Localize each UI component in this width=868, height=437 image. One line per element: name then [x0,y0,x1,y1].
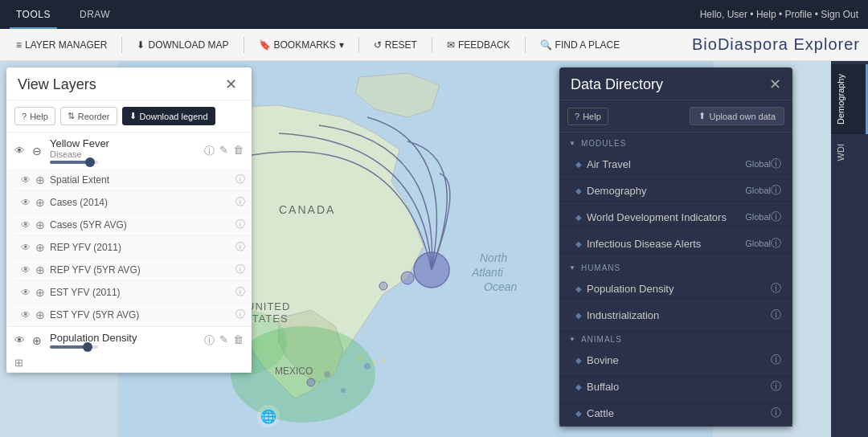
info-icon-est-yfv-2011[interactable]: ⓘ [235,285,245,299]
reorder-button[interactable]: ⇅ Reorder [60,107,117,125]
feedback-button[interactable]: ✉ FEEDBACK [439,36,518,54]
add-icon-rep-yfv-2011[interactable]: ⊕ [35,241,45,254]
bullet-icon-bovine: ◆ [575,356,582,365]
sub-layer-cases-5yr: 👁 ⊕ Cases (5YR AVG) ⓘ [14,214,252,236]
eye-icon-rep-yfv-2011[interactable]: 👁 [21,242,31,253]
info-icon-rep-yfv-5yr[interactable]: ⓘ [235,263,245,276]
svg-point-6 [414,252,449,288]
svg-point-11 [341,388,346,393]
svg-text:UNITED: UNITED [247,300,290,312]
globe-button[interactable]: 🌐 [257,405,280,427]
data-directory-content: MODULES ◆ Air Travel Global ⓘ ◆ Demograp… [559,133,792,427]
info-icon-cattle[interactable]: ⓘ [771,406,781,420]
sidebar-tab-demography[interactable]: Demography [831,64,868,134]
collapse-icon-yellow-fever[interactable]: ⊖ [32,145,45,157]
layer-manager-button[interactable]: ≡ LAYER MANAGER [8,36,115,54]
add-icon-rep-yfv-5yr[interactable]: ⊕ [35,263,45,276]
add-icon-est-yfv-5yr[interactable]: ⊕ [35,308,45,321]
view-layers-title: View Layers [18,76,96,93]
reset-button[interactable]: ↺ RESET [366,36,425,54]
dd-item-buffalo[interactable]: ◆ Buffalo ⓘ [559,374,792,400]
layer-name-population-density: Population Density [50,332,199,344]
bullet-icon-demography: ◆ [575,186,582,195]
dd-item-infectious[interactable]: ◆ Infectious Disease Alerts Global ⓘ [559,231,792,257]
nav-tab-tools[interactable]: TOOLS [10,0,57,29]
sub-layer-rep-yfv-5yr: 👁 ⊕ REP YFV (5YR AVG) ⓘ [14,259,252,281]
layer-slider-yellow-fever[interactable] [50,161,98,164]
grid-icon[interactable]: ⊞ [14,357,23,369]
toolbar-separator-5 [525,37,526,53]
dd-item-bovine[interactable]: ◆ Bovine ⓘ [559,347,792,374]
svg-text:MEXICO: MEXICO [275,366,313,377]
info-icon-industrialization[interactable]: ⓘ [771,308,781,322]
bullet-icon-infectious: ◆ [575,239,582,248]
info-icon-cases-5yr[interactable]: ⓘ [235,218,245,231]
dd-item-air-travel[interactable]: ◆ Air Travel Global ⓘ [559,151,792,178]
help-button[interactable]: ? Help [14,107,55,125]
view-layers-panel: View Layers ✕ ? Help ⇅ Reorder ⬇ Downloa… [6,67,252,373]
add-icon-cases-2014[interactable]: ⊕ [35,196,45,209]
dd-item-demography[interactable]: ◆ Demography Global ⓘ [559,178,792,204]
toolbar-separator-4 [432,37,432,53]
info-icon-pop-density[interactable]: ⓘ [771,281,781,296]
dd-upload-button[interactable]: ⬆ Upload own data [690,107,784,125]
edit-icon-yellow-fever[interactable]: ✎ [219,144,228,158]
dd-item-wdi[interactable]: ◆ World Development Indicators Global ⓘ [559,204,792,231]
view-layers-close-button[interactable]: ✕ [222,76,240,93]
eye-icon-population-density[interactable]: 👁 [14,334,27,346]
layer-item-yellow-fever: 👁 ⊖ Yellow Fever Disease ⓘ ✎ [6,133,252,327]
sub-layer-rep-yfv-2011: 👁 ⊕ REP YFV (2011) ⓘ [14,236,252,259]
eye-icon-spatial-extent[interactable]: 👁 [21,174,31,186]
eye-icon-est-yfv-5yr[interactable]: 👁 [21,309,31,321]
info-icon-population-density[interactable]: ⓘ [204,333,215,348]
layer-main-yellow-fever: 👁 ⊖ Yellow Fever Disease ⓘ ✎ [6,133,252,169]
dd-item-pop-density[interactable]: ◆ Population Density ⓘ [559,276,792,302]
eye-icon-cases-5yr[interactable]: 👁 [21,219,31,231]
info-icon-wdi[interactable]: ⓘ [771,210,781,224]
layer-type-yellow-fever: Disease [50,149,199,159]
eye-icon-rep-yfv-5yr[interactable]: 👁 [21,264,31,276]
info-icon-bovine[interactable]: ⓘ [771,353,781,367]
sub-layers-yellow-fever: 👁 ⊕ Spatial Extent ⓘ 👁 ⊕ Cases (2014) ⓘ [6,169,252,326]
expand-icon-population-density[interactable]: ⊕ [32,334,45,347]
view-layers-header: View Layers ✕ [6,67,252,100]
info-icon-demography[interactable]: ⓘ [771,183,781,198]
download-map-button[interactable]: ⬇ DOWNLOAD MAP [129,36,236,54]
add-icon-est-yfv-2011[interactable]: ⊕ [35,286,45,299]
layer-bottom-icons: ⊞ [6,353,252,372]
dd-item-cattle[interactable]: ◆ Cattle ⓘ [559,400,792,427]
toolbar-separator-3 [358,37,359,53]
data-directory-close-button[interactable]: ✕ [769,76,781,93]
download-legend-icon: ⬇ [129,111,137,121]
add-icon-spatial-extent[interactable]: ⊕ [35,174,45,186]
top-nav: TOOLS DRAW Hello, User • Help • Profile … [0,0,868,29]
layers-icon: ≡ [16,39,22,51]
info-icon-rep-yfv-2011[interactable]: ⓘ [235,240,245,254]
eye-icon-est-yfv-2011[interactable]: 👁 [21,287,31,298]
add-icon-cases-5yr[interactable]: ⊕ [35,218,45,231]
trash-icon-population-density[interactable]: 🗑 [233,333,244,348]
edit-icon-population-density[interactable]: ✎ [219,333,228,348]
dd-help-button[interactable]: ? Help [567,108,608,125]
info-icon-spatial-extent[interactable]: ⓘ [235,173,245,186]
info-icon-air-travel[interactable]: ⓘ [771,157,781,171]
dd-item-industrialization[interactable]: ◆ Industrialization ⓘ [559,302,792,329]
find-a-place-button[interactable]: 🔍 FIND A PLACE [532,36,628,54]
eye-icon-cases-2014[interactable]: 👁 [21,197,31,208]
info-icon-est-yfv-5yr[interactable]: ⓘ [235,308,245,321]
layers-list: 👁 ⊖ Yellow Fever Disease ⓘ ✎ [6,133,252,373]
info-icon-buffalo[interactable]: ⓘ [771,379,781,394]
trash-icon-yellow-fever[interactable]: 🗑 [233,144,244,158]
svg-point-9 [307,378,315,386]
sidebar-tab-wdi[interactable]: WDI [831,134,868,170]
layer-main-population-density: 👁 ⊕ Population Density ⓘ ✎ � [6,327,252,353]
layer-slider-population-density[interactable] [50,345,98,349]
download-legend-button[interactable]: ⬇ Download legend [122,107,215,125]
info-icon-infectious[interactable]: ⓘ [771,236,781,251]
info-icon-cases-2014[interactable]: ⓘ [235,195,245,209]
eye-icon-yellow-fever[interactable]: 👁 [14,145,27,157]
info-icon-yellow-fever[interactable]: ⓘ [204,144,215,158]
bookmarks-button[interactable]: 🔖 BOOKMARKS ▾ [251,36,352,54]
nav-tab-draw[interactable]: DRAW [73,0,117,29]
map-area[interactable]: CANADA UNITED STATES MEXICO North Atlant… [0,61,831,437]
